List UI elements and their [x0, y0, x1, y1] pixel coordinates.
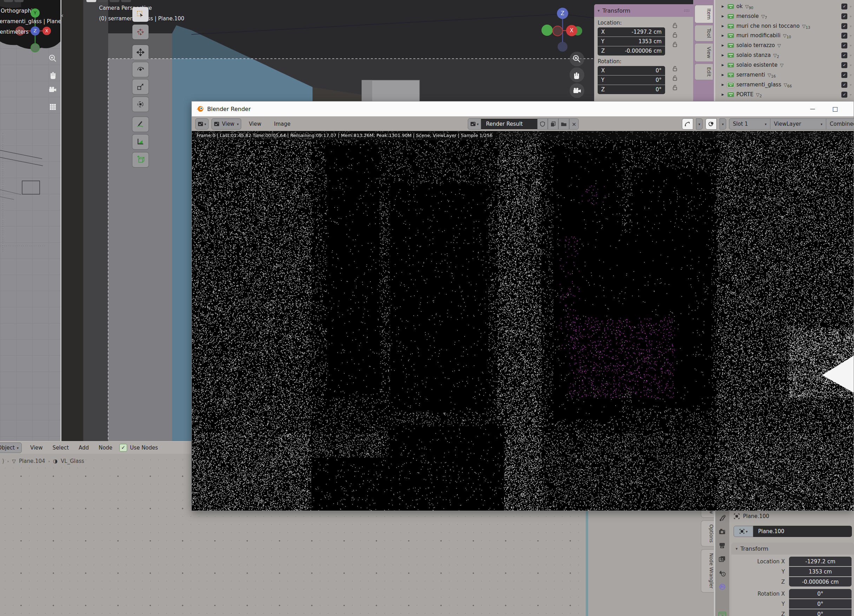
open-image-folder-button[interactable]	[558, 118, 569, 130]
expand-arrow-icon[interactable]: ▶	[721, 14, 725, 18]
lock-open-icon[interactable]	[672, 66, 678, 71]
outliner-row-active[interactable]: ▶serramenti_glass▽66✓▾	[715, 81, 854, 89]
outliner-row[interactable]: ▶serramenti▽16✓▾	[715, 70, 854, 79]
checkbox[interactable]: ✓	[841, 33, 847, 39]
outliner-row[interactable]: ▶muri modificabili▽10✓▾	[715, 31, 854, 40]
location-z-field[interactable]: Z-0.000006 cm	[598, 46, 665, 55]
gizmo-y-axis[interactable]: Y	[30, 8, 40, 18]
move-tool[interactable]	[133, 45, 148, 60]
expand-arrow-icon[interactable]: ▶	[721, 63, 725, 67]
render-window-titlebar[interactable]: Blender Render	[192, 102, 854, 116]
outliner-row[interactable]: ▶PORTE▽2✓▾	[715, 90, 854, 99]
scale-tool[interactable]	[133, 79, 148, 94]
lock-open-icon[interactable]	[672, 41, 678, 47]
menu-add[interactable]: Add	[74, 441, 94, 455]
checkbox[interactable]: ✓	[841, 91, 847, 98]
partial-tab[interactable]	[14, 0, 23, 2]
tab-view[interactable]: View	[695, 43, 713, 62]
expand-arrow-icon[interactable]: ▶	[721, 83, 725, 86]
expand-arrow-icon[interactable]: ▶	[721, 24, 725, 28]
checkbox[interactable]: ✓	[841, 62, 847, 68]
checkbox[interactable]: ✓	[841, 43, 847, 49]
lock-open-icon[interactable]	[672, 85, 678, 90]
gizmo-x-axis[interactable]: X	[566, 25, 577, 36]
expand-arrow-icon[interactable]: ▶	[721, 5, 725, 8]
object-id-dropdown[interactable]: ▾	[734, 526, 753, 537]
partial-tab[interactable]	[121, 0, 131, 2]
gizmo-dropdown[interactable]: ▾	[696, 118, 703, 130]
transform-section-header[interactable]: ▾ Transform	[732, 543, 854, 555]
scene-properties-icon[interactable]	[718, 569, 727, 577]
tab-edit[interactable]: Edit	[695, 64, 713, 80]
overlays-dropdown[interactable]: ▾	[720, 118, 726, 130]
checkbox[interactable]: ✓	[841, 23, 847, 29]
tab-node-wrangler[interactable]: Node Wrangler	[701, 549, 715, 593]
rotation-y-field[interactable]: Y0°	[598, 76, 665, 85]
gizmo-toggle-icon[interactable]	[682, 118, 693, 130]
transform-panel-header[interactable]: ▾ Transform ∷∷	[594, 4, 693, 17]
maximize-button[interactable]: □	[827, 102, 843, 116]
partial-tab[interactable]	[86, 0, 96, 2]
checkbox[interactable]: ✓	[841, 52, 847, 58]
outliner-row[interactable]: ▶mensole▽7✓▾	[715, 12, 854, 20]
rotate-tool[interactable]	[133, 62, 148, 77]
output-properties-icon[interactable]	[718, 541, 727, 550]
checkbox[interactable]: ✓	[841, 72, 847, 78]
select-box-tool[interactable]	[133, 7, 148, 22]
gizmo-z-axis[interactable]: Z	[557, 8, 568, 19]
rotation-z-field[interactable]: Z0°	[598, 85, 665, 94]
prop-rotation-y[interactable]: Y0°	[732, 599, 854, 608]
menu-view[interactable]: View	[244, 117, 267, 131]
outliner-row[interactable]: ▶solaio stanza▽2✓▾	[715, 51, 854, 59]
outliner-row[interactable]: ▶muri che non si toccano▽13✓▾	[715, 22, 854, 30]
view-mode-dropdown[interactable]: View ▾	[211, 118, 241, 130]
image-browse-dropdown[interactable]: ▾	[468, 118, 481, 130]
prop-location-y[interactable]: Y1353 cm	[732, 567, 854, 576]
checkbox[interactable]: ✓	[841, 13, 847, 19]
expand-arrow-icon[interactable]: ▶	[721, 34, 725, 37]
menu-image[interactable]: Image	[269, 117, 295, 131]
checkbox[interactable]: ✓	[841, 82, 847, 88]
menu-view[interactable]: View	[25, 441, 48, 455]
viewlayer-dropdown[interactable]: ViewLayer▾	[770, 118, 826, 130]
tab-tool[interactable]: Tool	[695, 25, 713, 41]
render-pass-dropdown[interactable]: Combined▾	[826, 118, 854, 130]
new-image-copy-button[interactable]	[548, 118, 558, 130]
toolbar-collapse-chevron[interactable]: ‹	[61, 12, 64, 19]
shader-type-dropdown[interactable]: Object▾	[0, 442, 22, 453]
minimize-button[interactable]: —	[805, 102, 820, 116]
orthographic-viewport[interactable]: Orthographic serramenti_glass | Plane.10…	[0, 0, 60, 441]
world-properties-icon[interactable]	[718, 582, 727, 591]
expand-arrow-icon[interactable]: ▶	[721, 53, 725, 57]
prop-location-x[interactable]: Location X-1297.2 cm	[732, 557, 854, 566]
partial-tab[interactable]	[110, 0, 119, 2]
add-cube-tool[interactable]	[133, 152, 148, 167]
prop-rotation-x[interactable]: Rotation X0°	[732, 589, 854, 598]
lock-open-icon[interactable]	[672, 32, 678, 38]
menu-select[interactable]: Select	[48, 441, 74, 455]
expand-arrow-icon[interactable]: ▶	[721, 44, 725, 47]
use-nodes-checkbox[interactable]: ✓	[119, 444, 127, 451]
lock-open-icon[interactable]	[672, 23, 678, 28]
editor-type-dropdown[interactable]: ▾	[195, 118, 209, 130]
annotate-tool[interactable]	[133, 117, 148, 132]
slot-dropdown[interactable]: Slot 1▾	[729, 118, 770, 130]
expand-arrow-icon[interactable]: ▶	[721, 93, 725, 96]
outliner-row[interactable]: ▶ok▽90✓▾	[715, 2, 854, 11]
drag-dots-icon[interactable]: ∷∷	[684, 8, 690, 13]
menu-node[interactable]: Node	[94, 441, 117, 455]
render-properties-icon[interactable]	[718, 528, 727, 535]
collection-properties-icon[interactable]	[718, 611, 727, 616]
image-datablock-field[interactable]: Render Result	[481, 119, 537, 129]
partial-tab[interactable]	[98, 0, 108, 2]
expand-arrow-icon[interactable]: ▶	[721, 73, 725, 76]
gizmo-z-axis[interactable]: Z	[30, 26, 40, 35]
checkbox[interactable]: ✓	[841, 3, 847, 9]
partial-tab[interactable]	[4, 0, 13, 2]
rotation-x-field[interactable]: X0°	[598, 66, 665, 75]
measure-tool[interactable]	[133, 134, 148, 149]
location-y-field[interactable]: Y1353 cm	[598, 37, 665, 46]
unlink-button[interactable]: ×	[569, 118, 579, 130]
prop-rotation-z[interactable]: Z0°	[732, 609, 854, 616]
fake-user-shield-button[interactable]	[537, 118, 548, 130]
